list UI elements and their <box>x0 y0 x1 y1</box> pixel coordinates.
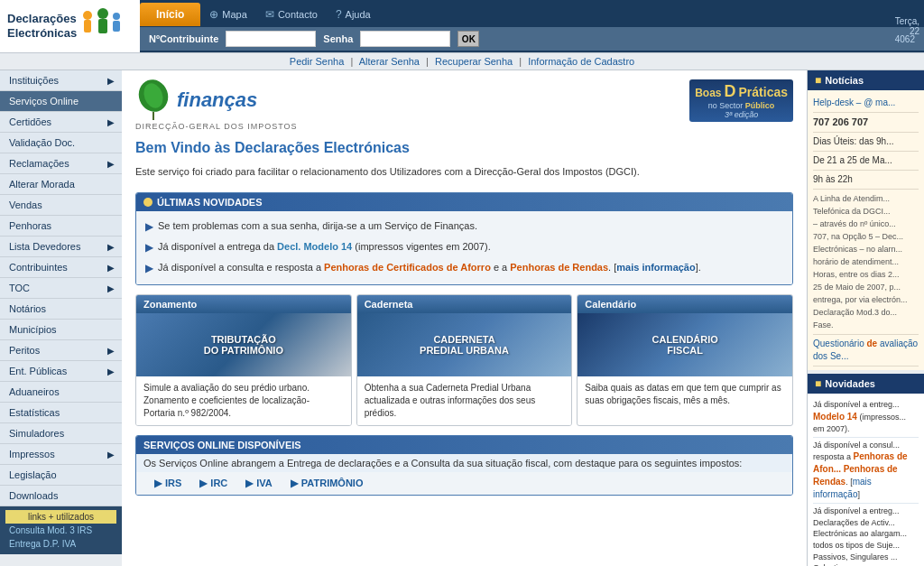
nav-form: NºContribuinte Senha OK 4062 <box>140 27 924 51</box>
sidebar-item-estatisticas[interactable]: Estatísticas <box>0 403 122 423</box>
novidade-text-2: Já disponível a entrega da Decl. Modelo … <box>158 240 491 254</box>
zonamento-body: Simule a avaliação do seu prédio urbano.… <box>136 376 351 425</box>
calendario-image: CALENDÁRIOFISCAL <box>578 313 792 376</box>
logo-text-block: Declarações Electrónicas <box>7 12 77 40</box>
calendario-header: Calendário <box>578 295 792 313</box>
horas-text: 9h às 22h <box>813 174 853 184</box>
penhoras-cert-link[interactable]: Penhoras de Certificados de Aforro <box>324 262 491 273</box>
premio-d-icon: D <box>725 82 736 101</box>
sidebar-item-simuladores[interactable]: Simuladores <box>0 423 122 444</box>
noticia-questionario: Questionário de avaliação dos Se... <box>813 335 919 367</box>
info-cadastro-link[interactable]: Informação de Cadastro <box>528 56 634 67</box>
novidade-right-1: Já disponível a entreg... Modelo 14 (imp… <box>813 397 919 437</box>
entrega-dp-link[interactable]: Entrega D.P. IVA <box>5 537 116 551</box>
welcome-title: Bem Vindo às Declarações Electrónicas <box>122 135 807 161</box>
servicos-online-section: SERVIÇOS ONLINE DISPONÍVEIS Os Serviços … <box>135 435 793 496</box>
financas-logo-img: finanças <box>135 79 298 120</box>
contacto-link[interactable]: ✉ Contacto <box>256 5 327 24</box>
content-header: finanças DIRECÇÃO-GERAL DOS IMPOSTOS Boa… <box>122 70 807 135</box>
mapa-icon: ⊕ <box>209 8 218 21</box>
alterar-senha-link[interactable]: Alterar Senha <box>359 56 420 67</box>
decl-modelo14-link[interactable]: Decl. Modelo 14 <box>277 241 352 252</box>
novidades-right-header: ■ Novidades <box>808 374 924 394</box>
novidade-item-3: ▶ Já disponível a consulta e resposta a … <box>145 258 783 279</box>
questionario-de-text: de <box>866 339 877 348</box>
zonamento-img-text: TRIBUTAÇÃODO PATRIMÔNIO <box>200 330 287 359</box>
calendario-body: Saiba quais as datas em que tem que cump… <box>578 376 792 413</box>
zonamento-header: Zonamento <box>136 295 351 313</box>
modelo14-right-link[interactable]: Modelo 14 <box>813 412 857 422</box>
novidade-text-1: Se tem problemas com a sua senha, dirija… <box>158 219 477 233</box>
main-content: finanças DIRECÇÃO-GERAL DOS IMPOSTOS Boa… <box>122 70 807 566</box>
novidades-right-icon: ■ <box>815 377 821 390</box>
penhoras-rendas-link[interactable]: Penhoras de Rendas <box>510 262 608 273</box>
bullet-icon: ▶ <box>145 261 153 276</box>
sidebar-item-certidoes[interactable]: Certidões ▶ <box>0 112 122 133</box>
helpdesk-link[interactable]: Help-desk – @ ma... <box>813 97 895 107</box>
boas-label: Boas <box>695 87 721 99</box>
patrimonio-link[interactable]: ▶ PATRIMÔNIO <box>291 478 364 489</box>
sidebar-item-validacao[interactable]: Validação Doc. <box>0 133 122 153</box>
pedir-senha-link[interactable]: Pedir Senha <box>290 56 345 67</box>
irc-link[interactable]: ▶ IRC <box>199 478 227 489</box>
sidebar-item-vendas[interactable]: Vendas <box>0 195 122 216</box>
noticia-horas: 9h às 22h <box>813 171 919 190</box>
arrow-icon: ▶ <box>107 346 115 356</box>
sidebar-item-toc[interactable]: TOC ▶ <box>0 278 122 299</box>
arrow-icon: ▶ <box>107 283 115 293</box>
noticia-helpdesk: Help-desk – @ ma... <box>813 94 919 113</box>
telefone-text: 707 206 707 <box>813 116 868 127</box>
arrow-icon: ▶ <box>107 117 115 127</box>
senha-input[interactable] <box>360 31 450 47</box>
sidebar-item-instituicoes[interactable]: Instituições ▶ <box>0 70 122 91</box>
right-sidebar: ■ Notícias Help-desk – @ ma... 707 206 7… <box>807 70 924 566</box>
logo-text: Declarações Electrónicas <box>7 12 77 40</box>
caderneta-img-text: CADERNETAPREDIAL URBANA <box>416 330 513 359</box>
iva-link[interactable]: ▶ IVA <box>245 478 273 489</box>
links-utilizados-button[interactable]: links + utilizados <box>5 510 116 524</box>
sep3: | <box>519 56 522 67</box>
sidebar-item-servicos[interactable]: Serviços Online <box>0 91 122 112</box>
logo-people-icon <box>80 8 125 44</box>
mapa-link[interactable]: ⊕ Mapa <box>200 5 256 24</box>
noticia-datas: De 21 a 25 de Ma... <box>813 152 919 171</box>
recuperar-senha-link[interactable]: Recuperar Senha <box>435 56 513 67</box>
sidebar-item-penhoras[interactable]: Penhoras <box>0 216 122 237</box>
servicos-online-header: SERVIÇOS ONLINE DISPONÍVEIS <box>136 436 792 454</box>
sidebar-item-legislacao[interactable]: Legislação <box>0 465 122 486</box>
questionario-link[interactable]: Questionário de avaliação dos Se... <box>813 339 918 361</box>
inicio-button[interactable]: Início <box>140 3 200 26</box>
contribuinte-input[interactable] <box>226 31 316 47</box>
sidebar-bottom: links + utilizados Consulta Mod. 3 IRS E… <box>0 506 122 554</box>
ajuda-link[interactable]: ? Ajuda <box>327 5 380 24</box>
sidebar-item-municipios[interactable]: Municípios <box>0 320 122 340</box>
noticia-telefone: 707 206 707 <box>813 113 919 133</box>
servicos-online-links: ▶ IRS ▶ IRC ▶ IVA ▶ PATRIMÔNIO <box>136 472 792 495</box>
caderneta-body: Obtenha a sua Caderneta Predial Urbana a… <box>357 376 572 425</box>
sidebar-item-peritos[interactable]: Peritos ▶ <box>0 340 122 361</box>
sidebar-item-reclamacoes[interactable]: Reclamações ▶ <box>0 153 122 174</box>
sidebar-item-ent-publicas[interactable]: Ent. Públicas ▶ <box>0 361 122 382</box>
consulta-mod3-link[interactable]: Consulta Mod. 3 IRS <box>5 524 116 537</box>
sidebar-item-notarios[interactable]: Notários <box>0 299 122 320</box>
sidebar-item-contribuintes[interactable]: Contribuintes ▶ <box>0 257 122 278</box>
irc-arrow-icon: ▶ <box>199 478 207 489</box>
sidebar-item-impressos[interactable]: Impressos ▶ <box>0 444 122 465</box>
sidebar-item-lista-devedores[interactable]: Lista Devedores ▶ <box>0 237 122 257</box>
ok-button[interactable]: OK <box>457 31 479 47</box>
svg-point-2 <box>97 8 108 19</box>
boas-praticas-badge: Boas D Práticas no Sector Público 3ª edi… <box>689 79 793 122</box>
svg-rect-1 <box>84 20 91 32</box>
novidades-content: ▶ Se tem problemas com a sua senha, diri… <box>136 211 792 283</box>
arrow-icon: ▶ <box>107 263 115 273</box>
svg-point-0 <box>83 11 92 20</box>
mais-info-link[interactable]: mais informação <box>616 262 695 273</box>
svg-rect-3 <box>98 19 107 33</box>
caderneta-image: CADERNETAPREDIAL URBANA <box>357 313 572 376</box>
noticia-dias-uteis: Dias Úteis: das 9h... <box>813 133 919 152</box>
irs-link[interactable]: ▶ IRS <box>154 478 181 489</box>
sidebar-item-aduaneiros[interactable]: Aduaneiros <box>0 382 122 403</box>
sidebar-item-alterar-morada[interactable]: Alterar Morada <box>0 174 122 195</box>
sidebar-item-downloads[interactable]: Downloads <box>0 486 122 506</box>
arrow-icon: ▶ <box>107 76 115 86</box>
